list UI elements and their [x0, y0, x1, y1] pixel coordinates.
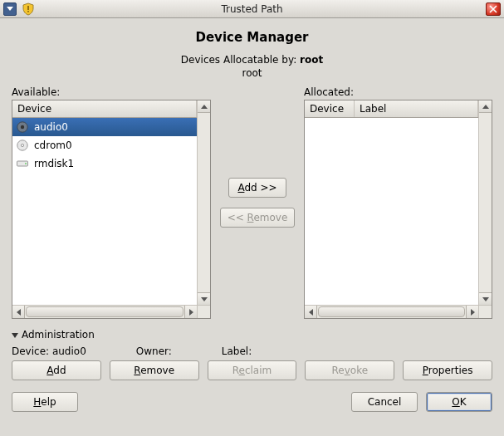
subhead-role: root [242, 67, 262, 79]
list-item-label: audio0 [34, 121, 68, 133]
vertical-scrollbar[interactable] [197, 100, 210, 305]
help-button[interactable]: Help [12, 392, 78, 412]
list-item[interactable]: audio0 [12, 118, 197, 136]
horizontal-scrollbar[interactable] [305, 305, 478, 318]
svg-point-5 [21, 145, 23, 147]
add-button[interactable]: Add >> [228, 178, 286, 198]
window-title: Trusted Path [0, 3, 504, 15]
scroll-down-button[interactable] [479, 292, 492, 305]
admin-reclaim-button[interactable]: Reclaim [208, 360, 297, 380]
horizontal-scrollbar[interactable] [12, 305, 197, 318]
allocated-list[interactable]: Device Label [304, 100, 492, 319]
column-header-label[interactable]: Label [355, 100, 478, 117]
dialog-subhead: Devices Allocatable by: root root [12, 53, 492, 80]
svg-point-7 [25, 163, 27, 164]
scroll-corner [197, 305, 210, 318]
available-list-body[interactable]: audio0 cdrom0 rmdisk1 [12, 118, 197, 305]
dialog-heading: Device Manager [12, 30, 492, 45]
svg-rect-0 [27, 6, 28, 10]
chevron-down-icon [12, 333, 18, 338]
column-header-device[interactable]: Device [305, 100, 355, 117]
administration-toggle[interactable]: Administration [12, 326, 492, 344]
disc-icon [16, 139, 29, 152]
scroll-up-button[interactable] [198, 100, 210, 113]
allocated-list-header[interactable]: Device Label [305, 100, 478, 118]
list-item[interactable]: cdrom0 [12, 136, 197, 154]
scroll-left-button[interactable] [12, 306, 25, 318]
ok-button[interactable]: OK [426, 392, 492, 412]
drive-icon [16, 157, 29, 170]
administration-label: Administration [22, 329, 95, 340]
scroll-right-button[interactable] [184, 306, 197, 318]
subhead-prefix: Devices Allocatable by: [181, 54, 300, 66]
available-list[interactable]: Device audio0 cdrom0 rmdis [12, 100, 211, 319]
dialog-footer: Help Cancel OK [12, 380, 492, 412]
scroll-thumb[interactable] [26, 306, 183, 317]
admin-label: Label: [222, 345, 252, 357]
admin-add-button[interactable]: Add [12, 360, 101, 380]
scroll-down-button[interactable] [198, 292, 210, 305]
available-label: Available: [12, 86, 211, 98]
dialog-content: Device Manager Devices Allocatable by: r… [0, 18, 504, 420]
list-item[interactable]: rmdisk1 [12, 154, 197, 173]
scroll-up-button[interactable] [479, 100, 492, 113]
column-header-device[interactable]: Device [12, 100, 197, 117]
available-list-header[interactable]: Device [12, 100, 197, 118]
remove-button[interactable]: << Remove [220, 208, 296, 228]
list-item-label: rmdisk1 [34, 158, 74, 169]
allocated-label: Allocated: [304, 86, 492, 98]
cancel-button[interactable]: Cancel [351, 392, 418, 412]
admin-device: Device: audio0 [12, 345, 86, 357]
admin-properties-button[interactable]: Properties [403, 360, 492, 380]
administration-section: Administration Device: audio0 Owner: Lab… [12, 326, 492, 380]
close-button[interactable] [486, 2, 501, 16]
allocated-list-body[interactable] [305, 118, 478, 305]
scroll-left-button[interactable] [305, 306, 317, 318]
list-item-label: cdrom0 [34, 140, 72, 151]
window-menu-button[interactable] [3, 2, 17, 16]
title-bar: Trusted Path [0, 0, 504, 18]
admin-revoke-button[interactable]: Revoke [305, 360, 394, 380]
audio-icon [16, 120, 29, 134]
close-icon [489, 5, 497, 13]
svg-rect-1 [27, 11, 28, 12]
scroll-thumb[interactable] [318, 306, 465, 317]
shield-icon [22, 2, 35, 16]
scroll-corner [478, 305, 492, 318]
vertical-scrollbar[interactable] [478, 100, 492, 305]
admin-remove-button[interactable]: Remove [110, 360, 199, 380]
scroll-right-button[interactable] [466, 306, 478, 318]
svg-point-3 [21, 125, 24, 129]
subhead-user: root [300, 54, 323, 66]
admin-owner: Owner: [136, 345, 172, 357]
